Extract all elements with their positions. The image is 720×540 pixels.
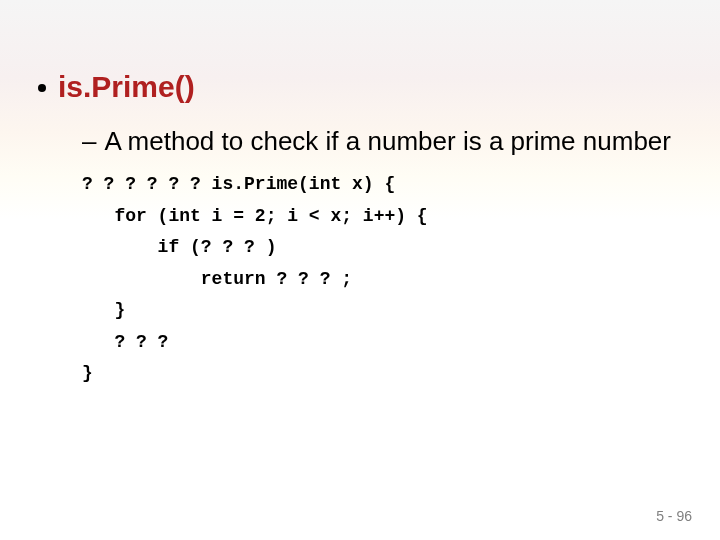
bullet-dot-icon [38,84,46,92]
slide-content: is.Prime() – A method to check if a numb… [0,0,720,390]
bullet-level-1: is.Prime() [30,70,690,104]
code-line-7: } [82,363,93,383]
code-line-1: ? ? ? ? ? ? is.Prime(int x) { [82,174,395,194]
code-line-5: } [82,300,125,320]
code-snippet: ? ? ? ? ? ? is.Prime(int x) { for (int i… [82,169,690,390]
bullet-level-2: – A method to check if a number is a pri… [82,126,690,157]
slide-number: 5 - 96 [656,508,692,524]
code-line-2: for (int i = 2; i < x; i++) { [82,206,428,226]
code-line-3: if (? ? ? ) [82,237,276,257]
sub-bullet-text: A method to check if a number is a prime… [104,126,671,157]
code-line-4: return ? ? ? ; [82,269,352,289]
code-line-6: ? ? ? [82,332,168,352]
bullet-title: is.Prime() [58,70,195,104]
en-dash-icon: – [82,126,96,157]
